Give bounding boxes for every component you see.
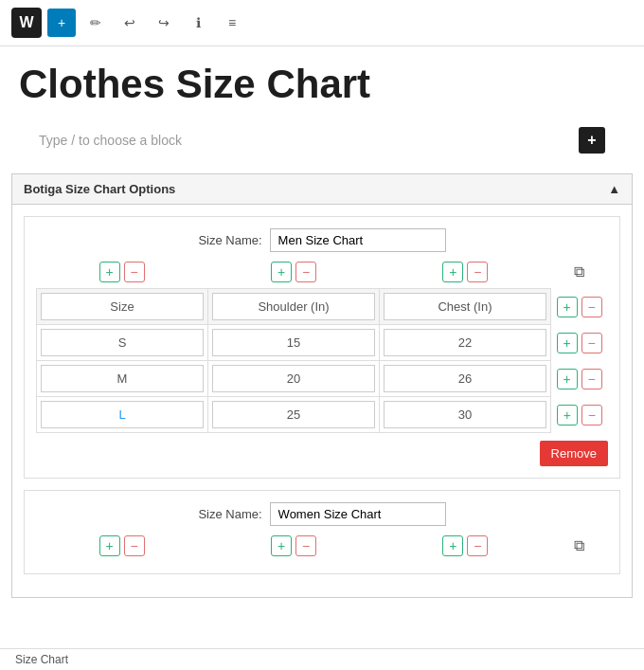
size-name-label-1: Size Name: (198, 233, 261, 247)
block-input-area[interactable]: Type / to choose a block + (19, 115, 625, 166)
list-button[interactable]: ≡ (218, 9, 246, 37)
size-name-input-2[interactable] (270, 502, 446, 526)
size-name-row-1: Size Name: (36, 228, 608, 252)
col-ctrl-cell-1-1: + − (207, 262, 379, 282)
undo-icon: ↩ (124, 15, 135, 30)
cell-1-2-0 (37, 397, 208, 433)
size-name-row-2: Size Name: (36, 502, 608, 526)
page-title: Clothes Size Chart (0, 46, 644, 115)
input-1-0-1[interactable] (212, 329, 375, 356)
col-remove-btn-2-1[interactable]: − (295, 535, 316, 556)
cell-1-0-2 (380, 325, 551, 361)
cell-1-0-1 (208, 325, 380, 361)
col-add-btn-1-2[interactable]: + (442, 262, 463, 282)
col-add-btn-2-0[interactable]: + (99, 535, 120, 556)
wp-logo-text: W (19, 14, 33, 31)
row-remove-btn-1-0[interactable]: − (581, 333, 602, 353)
header-cell-1-1 (208, 289, 380, 325)
col-controls-row-1: + − + − + − ⧉ (36, 262, 608, 282)
col-ctrl-cell-1-2: + − (380, 262, 551, 282)
input-1-2-2[interactable] (384, 401, 546, 428)
input-1-1-1[interactable] (212, 365, 375, 392)
cell-1-2-1 (208, 397, 380, 433)
options-body: Size Name: + − + − + − ⧉ (12, 205, 632, 597)
row-ctrl-1-2: + − (551, 397, 608, 433)
col-remove-btn-2-0[interactable]: − (124, 535, 145, 556)
col-add-btn-2-2[interactable]: + (442, 535, 463, 556)
col-add-btn-1-1[interactable]: + (271, 262, 292, 282)
cell-1-2-2 (380, 397, 551, 433)
header-input-1-0[interactable] (41, 293, 204, 320)
bottom-bar-text: Size Chart (15, 653, 68, 666)
header-input-1-2[interactable] (384, 293, 546, 320)
row-add-btn-1-0[interactable]: + (557, 333, 578, 353)
row-remove-btn-1-2[interactable]: − (581, 405, 602, 426)
header-row-ctrl-cell-1: + − (551, 289, 608, 325)
row-ctrl-1-0: + − (551, 325, 608, 361)
row-ctrl-1-1: + − (551, 361, 608, 397)
table-row-1-2: + − (37, 397, 608, 433)
col-add-btn-2-1[interactable]: + (271, 535, 292, 556)
header-cell-1-0 (37, 289, 208, 325)
row-add-btn-1-1[interactable]: + (557, 369, 578, 389)
input-1-1-0[interactable] (41, 365, 204, 392)
toolbar: W + ✏ ↩ ↪ ℹ ≡ (0, 0, 644, 46)
wp-logo: W (11, 8, 42, 38)
remove-button-1[interactable]: Remove (540, 441, 608, 466)
list-icon: ≡ (228, 15, 236, 30)
cell-1-1-1 (208, 361, 380, 397)
col-ctrl-cell-2-2: + − (380, 535, 551, 556)
redo-button[interactable]: ↪ (150, 9, 178, 37)
header-input-1-1[interactable] (212, 293, 375, 320)
col-add-btn-1-0[interactable]: + (99, 262, 120, 282)
options-panel-title: Botiga Size Chart Options (24, 182, 175, 196)
input-1-2-0[interactable] (41, 401, 204, 428)
undo-button[interactable]: ↩ (116, 9, 144, 37)
add-icon: + (58, 15, 65, 30)
info-button[interactable]: ℹ (184, 9, 212, 37)
header-row-1: + − (37, 289, 608, 325)
pen-button[interactable]: ✏ (81, 9, 110, 37)
block-placeholder-text: Type / to choose a block (39, 133, 182, 148)
cell-1-0-0 (37, 325, 208, 361)
remove-btn-row-1: Remove (36, 441, 608, 466)
copy-cell-2: ⧉ (551, 537, 608, 554)
row-add-btn-header-1[interactable]: + (557, 297, 578, 317)
pen-icon: ✏ (90, 15, 101, 30)
copy-icon-1[interactable]: ⧉ (574, 263, 584, 281)
col-remove-btn-2-2[interactable]: − (467, 535, 488, 556)
row-add-btn-1-2[interactable]: + (557, 405, 578, 426)
options-header[interactable]: Botiga Size Chart Options ▲ (12, 174, 632, 205)
chart-card-2: Size Name: + − + − + − ⧉ (24, 490, 620, 574)
size-name-label-2: Size Name: (198, 507, 261, 521)
col-ctrl-cell-2-1: + − (207, 535, 379, 556)
header-cell-1-2 (380, 289, 551, 325)
info-icon: ℹ (196, 15, 201, 30)
add-right-icon: + (587, 132, 596, 149)
cell-1-1-0 (37, 361, 208, 397)
col-remove-btn-1-0[interactable]: − (124, 262, 145, 282)
add-block-right-button[interactable]: + (579, 127, 605, 154)
copy-icon-2[interactable]: ⧉ (574, 537, 584, 554)
chart-card-1: Size Name: + − + − + − ⧉ (24, 216, 620, 479)
chart-table-1: + − (36, 288, 608, 433)
row-remove-btn-header-1[interactable]: − (581, 297, 602, 317)
input-1-0-2[interactable] (384, 329, 546, 356)
copy-cell-1: ⧉ (551, 263, 608, 281)
input-1-0-0[interactable] (41, 329, 204, 356)
bottom-bar: Size Chart (0, 648, 644, 670)
table-row-1-0: + − (37, 325, 608, 361)
col-remove-btn-1-2[interactable]: − (467, 262, 488, 282)
col-controls-row-2: + − + − + − ⧉ (36, 535, 608, 556)
table-row-1-1: + − (37, 361, 608, 397)
size-name-input-1[interactable] (270, 228, 446, 252)
options-panel: Botiga Size Chart Options ▲ Size Name: +… (11, 173, 633, 598)
input-1-1-2[interactable] (384, 365, 546, 392)
col-remove-btn-1-1[interactable]: − (295, 262, 316, 282)
col-ctrl-cell-1-0: + − (36, 262, 207, 282)
input-1-2-1[interactable] (212, 401, 375, 428)
add-block-button[interactable]: + (47, 9, 76, 37)
row-remove-btn-1-1[interactable]: − (581, 369, 602, 389)
redo-icon: ↪ (158, 15, 170, 30)
collapse-icon: ▲ (608, 182, 620, 196)
